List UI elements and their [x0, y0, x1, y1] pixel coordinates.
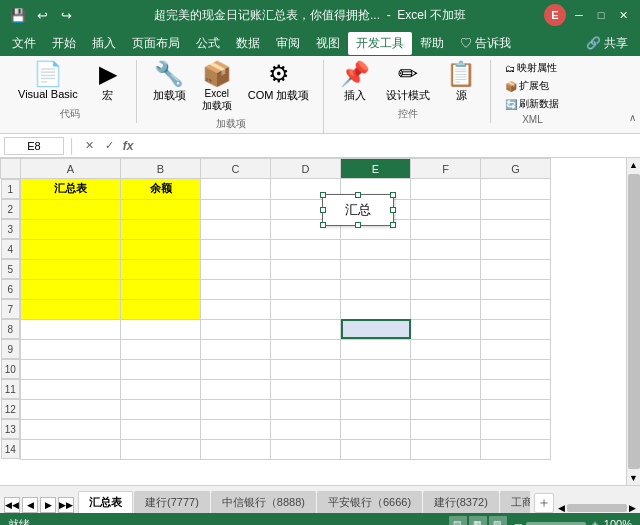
cell-b5[interactable] [121, 259, 201, 279]
zoom-out-button[interactable]: ─ [515, 519, 522, 526]
cell-g13[interactable] [481, 419, 551, 439]
cell-c14[interactable] [201, 439, 271, 459]
cell-d5[interactable] [271, 259, 341, 279]
cell-g10[interactable] [481, 359, 551, 379]
cell-b8[interactable] [121, 319, 201, 339]
row-header-2[interactable]: 2 [1, 199, 21, 219]
scroll-thumb[interactable] [628, 174, 640, 469]
grid-scroll[interactable]: A B C D E F G 1 汇总表 [0, 158, 626, 485]
cell-f7[interactable] [411, 299, 481, 319]
row-header-12[interactable]: 12 [1, 399, 21, 419]
horizontal-scroll-thumb[interactable] [567, 504, 627, 512]
minimize-button[interactable]: ─ [570, 6, 588, 24]
menu-view[interactable]: 视图 [308, 32, 348, 55]
handle-bm[interactable] [355, 222, 361, 228]
extension-pack-button[interactable]: 📦 扩展包 [501, 78, 563, 94]
scroll-left-button[interactable]: ◀ [558, 503, 565, 513]
scroll-right-button[interactable]: ▶ [629, 503, 636, 513]
handle-mr[interactable] [390, 207, 396, 213]
menu-review[interactable]: 审阅 [268, 32, 308, 55]
cell-d6[interactable] [271, 279, 341, 299]
row-header-1[interactable]: 1 [1, 179, 21, 199]
cell-e6[interactable] [341, 279, 411, 299]
row-header-8[interactable]: 8 [1, 319, 21, 339]
cell-b4[interactable] [121, 239, 201, 259]
cell-e14[interactable] [341, 439, 411, 459]
sheet-next-button[interactable]: ▶ [40, 497, 56, 513]
add-sheet-button[interactable]: ＋ [534, 493, 554, 513]
formula-fx-icon[interactable]: fx [123, 139, 143, 153]
cell-g11[interactable] [481, 379, 551, 399]
cell-d9[interactable] [271, 339, 341, 359]
menu-help[interactable]: 帮助 [412, 32, 452, 55]
cell-c2[interactable] [201, 199, 271, 219]
cell-b11[interactable] [121, 379, 201, 399]
handle-tm[interactable] [355, 192, 361, 198]
scroll-down-button[interactable]: ▼ [627, 471, 640, 485]
cell-g4[interactable] [481, 239, 551, 259]
col-header-e[interactable]: E [341, 159, 411, 179]
close-button[interactable]: ✕ [614, 6, 632, 24]
visual-basic-button[interactable]: 📄 Visual Basic [12, 60, 84, 102]
cell-a2[interactable] [21, 199, 121, 219]
row-header-4[interactable]: 4 [1, 239, 21, 259]
cell-reference-input[interactable] [4, 137, 64, 155]
cell-g14[interactable] [481, 439, 551, 459]
cell-d13[interactable] [271, 419, 341, 439]
cell-f8[interactable] [411, 319, 481, 339]
cell-a9[interactable] [21, 339, 121, 359]
sheet-tab-summary[interactable]: 汇总表 [78, 491, 133, 513]
handle-br[interactable] [390, 222, 396, 228]
cell-a6[interactable] [21, 279, 121, 299]
page-break-view-button[interactable]: ▧ [489, 516, 507, 525]
cell-a5[interactable] [21, 259, 121, 279]
cell-c11[interactable] [201, 379, 271, 399]
scroll-up-button[interactable]: ▲ [627, 158, 640, 172]
map-properties-button[interactable]: 🗂 映射属性 [501, 60, 563, 76]
ribbon-collapse-button[interactable]: ∧ [629, 112, 636, 123]
cell-g12[interactable] [481, 399, 551, 419]
col-header-d[interactable]: D [271, 159, 341, 179]
formula-cancel-button[interactable]: ✕ [81, 137, 99, 155]
row-header-9[interactable]: 9 [1, 339, 21, 359]
cell-c6[interactable] [201, 279, 271, 299]
menu-home[interactable]: 开始 [44, 32, 84, 55]
cell-b10[interactable] [121, 359, 201, 379]
cell-f5[interactable] [411, 259, 481, 279]
cell-e9[interactable] [341, 339, 411, 359]
cell-c13[interactable] [201, 419, 271, 439]
excel-addins-button[interactable]: 📦 Excel 加载项 [196, 60, 238, 115]
menu-data[interactable]: 数据 [228, 32, 268, 55]
menu-tell-me[interactable]: ♡ 告诉我 [452, 32, 519, 55]
cell-b2[interactable] [121, 199, 201, 219]
cell-a10[interactable] [21, 359, 121, 379]
save-icon[interactable]: 💾 [8, 5, 28, 25]
row-header-7[interactable]: 7 [1, 299, 21, 319]
cell-f1[interactable] [411, 179, 481, 200]
cell-f4[interactable] [411, 239, 481, 259]
sheet-first-button[interactable]: ◀◀ [4, 497, 20, 513]
zoom-in-button[interactable]: ＋ [590, 517, 600, 525]
row-header-10[interactable]: 10 [1, 359, 21, 379]
row-header-13[interactable]: 13 [1, 419, 21, 439]
cell-d11[interactable] [271, 379, 341, 399]
cell-g2[interactable] [481, 199, 551, 219]
source-button[interactable]: 📋 源 [440, 60, 482, 105]
cell-a14[interactable] [21, 439, 121, 459]
sheet-last-button[interactable]: ▶▶ [58, 497, 74, 513]
col-header-c[interactable]: C [201, 159, 271, 179]
cell-g8[interactable] [481, 319, 551, 339]
cell-f9[interactable] [411, 339, 481, 359]
page-layout-view-button[interactable]: ▦ [469, 516, 487, 525]
maximize-button[interactable]: □ [592, 6, 610, 24]
cell-g6[interactable] [481, 279, 551, 299]
addins-button[interactable]: 🔧 加载项 [147, 60, 192, 105]
menu-formula[interactable]: 公式 [188, 32, 228, 55]
insert-control-button[interactable]: 📌 插入 [334, 60, 376, 105]
cell-a4[interactable] [21, 239, 121, 259]
col-header-b[interactable]: B [121, 159, 201, 179]
cell-a12[interactable] [21, 399, 121, 419]
cell-e10[interactable] [341, 359, 411, 379]
cell-c4[interactable] [201, 239, 271, 259]
handle-tl[interactable] [320, 192, 326, 198]
